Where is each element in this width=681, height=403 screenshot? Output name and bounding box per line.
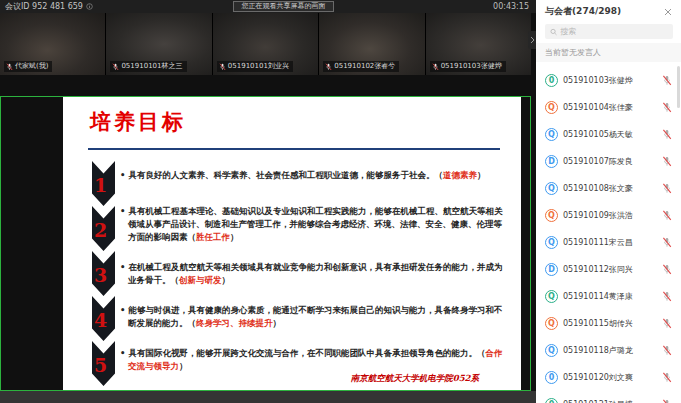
objective-bullet: 能够与时俱进，具有健康的身心素质，能通过不断学习来拓展自己的知识与能力，具备终身… xyxy=(120,304,508,330)
step-arrow: 4 xyxy=(92,296,115,341)
search-icon xyxy=(550,28,557,36)
chevron-right-icon xyxy=(530,36,535,44)
participant-name: 051910109张洪浩 xyxy=(563,210,657,221)
objective-bullet: 具有国际化视野，能够开展跨文化交流与合作，在不同职能团队中具备承担领导角色的能力… xyxy=(120,347,508,373)
mic-muted-icon xyxy=(325,63,332,71)
mic-muted-icon[interactable] xyxy=(662,129,672,140)
mic-muted-icon[interactable] xyxy=(662,75,672,86)
participant-row[interactable]: 0 051910120刘文爽 xyxy=(536,364,681,391)
video-thumbnail[interactable]: 051910103张健烨 xyxy=(426,13,531,75)
mic-muted-icon[interactable] xyxy=(662,291,672,302)
shared-screen-area: 会议ID 952 481 659 您正在观看共享屏幕的画面 00:43:15 xyxy=(0,0,536,403)
participant-row[interactable]: Q 051910108张文豪 xyxy=(536,175,681,202)
participant-name: 051910104张佳豪 xyxy=(563,102,657,113)
video-thumbnail[interactable]: 051910102张睿兮 xyxy=(319,13,424,75)
mic-muted-icon[interactable] xyxy=(662,210,672,221)
bottom-bar xyxy=(0,391,536,403)
participant-row[interactable]: D 051910107陈发良 xyxy=(536,148,681,175)
mic-muted-icon[interactable] xyxy=(662,372,672,383)
participant-name: 051910103张健烨 xyxy=(441,62,502,71)
participant-name: 代家斌(我) xyxy=(15,62,48,71)
search-input[interactable] xyxy=(560,27,668,36)
objective-bullet: 具有机械工程基本理论、基础知识以及专业知识和工程实践能力，能够在机械工程、航空航… xyxy=(120,205,508,244)
avatar: 0 xyxy=(545,371,558,384)
meeting-app-window: 会议ID 952 481 659 您正在观看共享屏幕的画面 00:43:15 xyxy=(0,0,681,403)
close-panel-button[interactable] xyxy=(663,7,673,17)
video-thumbnail[interactable]: 051910101刘业兴 xyxy=(213,13,318,75)
video-thumbnail[interactable]: 051910101林之三 xyxy=(106,13,211,75)
participant-name: 051910118卢璐龙 xyxy=(563,345,657,356)
bullet-highlight: 创新与研发 xyxy=(179,275,222,285)
participant-name: 051910103张健烨 xyxy=(563,75,657,86)
participant-row[interactable]: D 051910112张同兴 xyxy=(536,256,681,283)
meeting-topbar: 会议ID 952 481 659 您正在观看共享屏幕的画面 00:43:15 xyxy=(0,0,536,13)
participant-name: 051910108张文豪 xyxy=(563,183,657,194)
bullet-highlight: 终身学习、持续提升 xyxy=(196,318,273,328)
step-number: 4 xyxy=(94,308,107,330)
step-arrow: 3 xyxy=(92,251,115,296)
close-icon xyxy=(664,8,672,16)
mic-muted-icon[interactable] xyxy=(662,264,672,275)
avatar: Q xyxy=(545,344,558,357)
bullet-text: 具有国际化视野，能够开展跨文化交流与合作，在不同职能团队中具备承担领导角色的能力… xyxy=(128,348,485,358)
participant-row[interactable]: Q 051910115胡传兴 xyxy=(536,310,681,337)
panel-collapse-handle[interactable] xyxy=(528,31,536,49)
participants-header: 与会者(274/298) xyxy=(536,0,681,21)
slide-title: 培养目标 xyxy=(90,108,186,136)
participant-row[interactable]: Q 051910114黄泽康 xyxy=(536,283,681,310)
participant-name: 051910101林之三 xyxy=(121,62,182,71)
numbered-arrow-column: 1 2 3 4 5 xyxy=(92,161,115,386)
video-thumbnail-strip: 代家斌(我) 051910101林之三 xyxy=(0,13,531,75)
meeting-duration: 00:43:15 xyxy=(493,2,529,11)
step-arrow: 5 xyxy=(92,341,115,386)
participant-search[interactable] xyxy=(545,24,673,39)
step-number: 1 xyxy=(94,173,107,195)
mic-muted-icon[interactable] xyxy=(662,237,672,248)
title-underline xyxy=(88,148,500,150)
avatar: Q xyxy=(545,317,558,330)
participant-name: 051910102张睿兮 xyxy=(334,62,395,71)
mic-muted-icon[interactable] xyxy=(662,399,672,403)
bullet-highlight: 道德素养 xyxy=(443,170,477,180)
no-speaker-banner: 当前暂无发言人 xyxy=(536,43,681,62)
step-arrow: 1 xyxy=(92,161,115,206)
thumbnail-name-label: 051910103张健烨 xyxy=(430,61,506,72)
watching-share-banner[interactable]: 您正在观看共享屏幕的画面 xyxy=(233,1,334,12)
bullet-tail: ） xyxy=(273,318,282,328)
participant-name: 051910114黄泽康 xyxy=(563,291,657,302)
participant-row[interactable]: Q 051910109张洪浩 xyxy=(536,202,681,229)
avatar: Q xyxy=(545,209,558,222)
participant-name: 051910105杨天敏 xyxy=(563,129,657,140)
participant-name: 051910120刘文爽 xyxy=(563,372,657,383)
avatar: D xyxy=(545,155,558,168)
bullet-text: 具有良好的人文素养、科学素养、社会责任感和工程职业道德，能够服务于社会。（ xyxy=(128,170,443,180)
mic-muted-icon[interactable] xyxy=(662,345,672,356)
mic-muted-icon[interactable] xyxy=(662,102,672,113)
thumbnail-name-label: 051910101刘业兴 xyxy=(217,61,293,72)
participant-row[interactable]: Q 051910104张佳豪 xyxy=(536,94,681,121)
participants-panel: 与会者(274/298) 当前暂无发言人 0 051910103张健烨 xyxy=(536,0,681,403)
participant-row[interactable]: 0 051910121孙昱博 xyxy=(536,391,681,403)
participant-name: 051910111宋云昌 xyxy=(563,237,657,248)
bullet-tail: ） xyxy=(477,170,486,180)
participant-row[interactable]: 0 051910103张健烨 xyxy=(536,67,681,94)
step-number: 3 xyxy=(94,263,107,285)
mic-muted-icon[interactable] xyxy=(662,318,672,329)
avatar: Q xyxy=(545,236,558,249)
mic-muted-icon[interactable] xyxy=(662,156,672,167)
participant-row[interactable]: Q 051910105杨天敏 xyxy=(536,121,681,148)
avatar: Q xyxy=(545,290,558,303)
mic-muted-icon[interactable] xyxy=(662,183,672,194)
video-thumbnail[interactable]: 代家斌(我) xyxy=(0,13,105,75)
objective-bullet: 在机械工程及航空航天等相关领域具有就业竞争能力和创新意识，具有承担研发任务的能力… xyxy=(120,261,508,287)
step-number: 2 xyxy=(94,218,107,240)
avatar: Q xyxy=(545,128,558,141)
thumbnail-name-label: 051910102张睿兮 xyxy=(323,61,399,72)
participant-row[interactable]: Q 051910111宋云昌 xyxy=(536,229,681,256)
mic-muted-icon xyxy=(6,63,13,71)
list-scrollbar[interactable] xyxy=(677,66,680,108)
participant-row[interactable]: Q 051910118卢璐龙 xyxy=(536,337,681,364)
participant-list[interactable]: 0 051910103张健烨 Q 051910104张佳豪 xyxy=(536,62,681,403)
info-icon xyxy=(86,3,93,10)
participant-name: 051910107陈发良 xyxy=(563,156,657,167)
